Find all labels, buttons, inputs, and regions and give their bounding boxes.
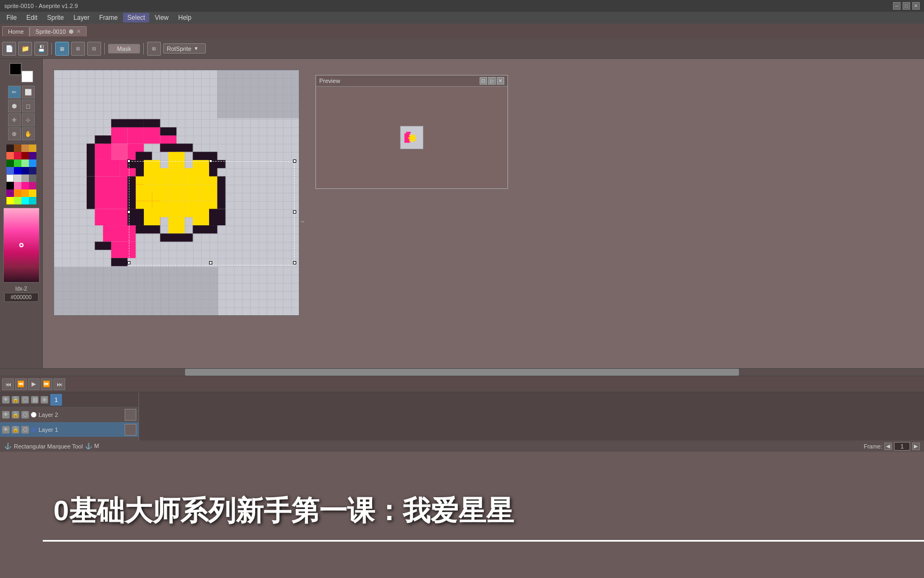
- palette-color-1[interactable]: [14, 144, 21, 152]
- link-icon[interactable]: ⬡: [21, 396, 29, 404]
- tab-sprite-0010[interactable]: Sprite-0010 ✕: [29, 26, 87, 36]
- lasso-tool-button[interactable]: ⊞: [71, 42, 85, 56]
- preview-detach-button[interactable]: ▷: [488, 77, 496, 85]
- palette-color-23[interactable]: [29, 182, 36, 189]
- move-tool-btn[interactable]: ✛: [8, 113, 21, 126]
- palette-color-8[interactable]: [6, 159, 14, 167]
- open-file-button[interactable]: 📁: [18, 42, 32, 56]
- palette-color-18[interactable]: [21, 174, 29, 182]
- frame-dec-button[interactable]: ◀: [884, 443, 892, 450]
- layer-2-lock-icon[interactable]: 🔒: [12, 411, 19, 419]
- palette-color-13[interactable]: [14, 167, 21, 174]
- palette-color-28[interactable]: [6, 197, 14, 204]
- marquee-tool-button[interactable]: ▦: [55, 42, 69, 56]
- maximize-button[interactable]: □: [903, 2, 910, 10]
- sel-handle-br[interactable]: [293, 261, 296, 264]
- zoom-tool-btn[interactable]: ⊕: [8, 127, 21, 140]
- palette-color-12[interactable]: [6, 167, 14, 174]
- palette-color-14[interactable]: [21, 167, 29, 174]
- foreground-color-box[interactable]: [10, 63, 21, 75]
- background-color-box[interactable]: [21, 71, 33, 82]
- save-file-button[interactable]: 💾: [34, 42, 48, 56]
- palette-color-29[interactable]: [14, 197, 21, 204]
- preview-restore-button[interactable]: ⊡: [480, 77, 487, 85]
- fg-bg-color-selector[interactable]: [10, 63, 33, 82]
- fill-tool-btn[interactable]: ⬢: [8, 100, 21, 112]
- palette-color-26[interactable]: [21, 189, 29, 197]
- wand-tool-button[interactable]: ⊟: [87, 42, 101, 56]
- palette-color-31[interactable]: [29, 197, 36, 204]
- palette-color-19[interactable]: [29, 174, 36, 182]
- palette-color-20[interactable]: [6, 182, 14, 189]
- tab-close-icon[interactable]: ✕: [76, 28, 81, 34]
- sel-handle-tm[interactable]: [209, 159, 212, 163]
- lock-icon[interactable]: 🔒: [12, 396, 19, 404]
- palette-color-4[interactable]: [6, 152, 14, 159]
- anim-last-frame-button[interactable]: ⏭: [53, 378, 65, 390]
- palette-color-24[interactable]: [6, 189, 14, 197]
- menu-edit[interactable]: Edit: [22, 13, 42, 22]
- palette-color-7[interactable]: [29, 152, 36, 159]
- sel-handle-mr[interactable]: [293, 210, 296, 214]
- palette-color-27[interactable]: [29, 189, 36, 197]
- select-tool-btn[interactable]: ◻: [22, 100, 35, 112]
- sprite-canvas[interactable]: ↔: [53, 70, 299, 316]
- anim-play-button[interactable]: ▶: [28, 378, 40, 390]
- minimize-button[interactable]: ─: [893, 2, 900, 10]
- layer-2-eye-icon[interactable]: 👁: [2, 411, 10, 419]
- sel-handle-ml[interactable]: [127, 210, 130, 214]
- sel-handle-bl[interactable]: [127, 261, 130, 264]
- palette-color-25[interactable]: [14, 189, 21, 197]
- eyedrop-tool-btn[interactable]: ⊹: [22, 113, 35, 126]
- pencil-tool-btn[interactable]: ✏: [8, 86, 21, 98]
- blend-icon[interactable]: ⊕: [41, 396, 48, 404]
- palette-color-3[interactable]: [29, 144, 36, 152]
- menu-help[interactable]: Help: [174, 13, 196, 22]
- menu-file[interactable]: File: [2, 13, 21, 22]
- h-scroll-thumb[interactable]: [185, 369, 740, 376]
- anim-first-frame-button[interactable]: ⏮: [2, 378, 14, 390]
- h-scrollbar[interactable]: [0, 368, 924, 376]
- close-button[interactable]: ✕: [912, 2, 920, 10]
- layer-1-lock-icon[interactable]: 🔒: [12, 426, 19, 434]
- palette-color-5[interactable]: [14, 152, 21, 159]
- layer-1-row[interactable]: 👁 🔒 ⬡ Layer 1: [0, 422, 138, 437]
- sel-handle-tl[interactable]: [127, 159, 130, 163]
- palette-color-30[interactable]: [21, 197, 29, 204]
- type-icon[interactable]: ▧: [31, 396, 38, 404]
- tab-home[interactable]: Home: [2, 26, 29, 36]
- palette-color-21[interactable]: [14, 182, 21, 189]
- hand-tool-btn[interactable]: ✋: [22, 127, 35, 140]
- rot-sprite-dropdown[interactable]: RotSprite ▾: [163, 43, 206, 54]
- canvas-area[interactable]: ↔ Preview ⊡ ▷ ✕: [43, 59, 924, 368]
- frame-inc-button[interactable]: ▶: [912, 443, 920, 450]
- palette-color-0[interactable]: [6, 144, 14, 152]
- sel-handle-bm[interactable]: [209, 261, 212, 264]
- menu-sprite[interactable]: Sprite: [43, 13, 68, 22]
- frames-area[interactable]: [139, 392, 924, 440]
- eraser-tool-btn[interactable]: ⬜: [22, 86, 35, 98]
- palette-color-2[interactable]: [21, 144, 29, 152]
- menu-frame[interactable]: Frame: [95, 13, 122, 22]
- palette-color-11[interactable]: [29, 159, 36, 167]
- new-file-button[interactable]: 📄: [2, 42, 16, 56]
- palette-color-17[interactable]: [14, 174, 21, 182]
- anim-next-frame-button[interactable]: ⏩: [41, 378, 52, 390]
- color-gradient-picker[interactable]: [3, 208, 40, 283]
- menu-layer[interactable]: Layer: [69, 13, 94, 22]
- anim-prev-frame-button[interactable]: ⏪: [15, 378, 27, 390]
- palette-color-22[interactable]: [21, 182, 29, 189]
- layer-2-link-icon[interactable]: ⬡: [21, 411, 29, 419]
- preview-close-button[interactable]: ✕: [497, 77, 504, 85]
- menu-select[interactable]: Select: [123, 13, 149, 22]
- palette-color-10[interactable]: [21, 159, 29, 167]
- palette-color-16[interactable]: [6, 174, 14, 182]
- layer-1-eye-icon[interactable]: 👁: [2, 426, 10, 434]
- grid-toggle-button[interactable]: ⊞: [147, 42, 161, 56]
- palette-color-15[interactable]: [29, 167, 36, 174]
- palette-color-9[interactable]: [14, 159, 21, 167]
- palette-color-6[interactable]: [21, 152, 29, 159]
- sel-handle-tr[interactable]: [293, 159, 296, 163]
- eye-icon[interactable]: 👁: [2, 396, 10, 404]
- menu-view[interactable]: View: [150, 13, 173, 22]
